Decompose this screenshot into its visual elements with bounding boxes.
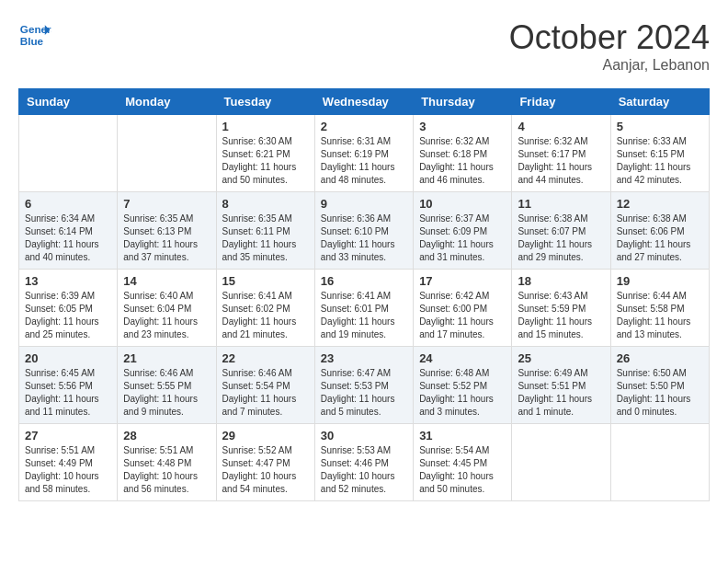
day-number: 19 — [617, 274, 703, 288]
title-block: October 2024 Aanjar, Lebanon — [509, 18, 710, 74]
weekday-header-sunday: Sunday — [19, 89, 118, 115]
calendar-cell: 7Sunrise: 6:35 AMSunset: 6:13 PMDaylight… — [118, 192, 216, 270]
day-info: Sunrise: 5:51 AMSunset: 4:48 PMDaylight:… — [123, 444, 210, 496]
day-number: 24 — [419, 351, 506, 365]
calendar-cell: 2Sunrise: 6:31 AMSunset: 6:19 PMDaylight… — [314, 115, 413, 192]
calendar-cell: 29Sunrise: 5:52 AMSunset: 4:47 PMDayligh… — [216, 424, 314, 501]
day-info: Sunrise: 6:42 AMSunset: 6:00 PMDaylight:… — [419, 290, 506, 341]
weekday-header-wednesday: Wednesday — [314, 89, 413, 115]
day-number: 28 — [123, 429, 210, 442]
calendar-cell: 21Sunrise: 6:46 AMSunset: 5:55 PMDayligh… — [118, 347, 216, 424]
day-number: 5 — [617, 120, 703, 133]
day-number: 1 — [222, 120, 309, 133]
calendar-cell: 1Sunrise: 6:30 AMSunset: 6:21 PMDaylight… — [216, 115, 314, 192]
day-number: 15 — [222, 274, 309, 288]
day-info: Sunrise: 6:36 AMSunset: 6:10 PMDaylight:… — [321, 213, 407, 264]
day-info: Sunrise: 6:34 AMSunset: 6:14 PMDaylight:… — [25, 213, 111, 264]
day-number: 30 — [321, 429, 407, 442]
day-number: 10 — [419, 197, 506, 211]
day-number: 14 — [123, 274, 210, 288]
day-number: 29 — [222, 429, 309, 442]
day-info: Sunrise: 6:32 AMSunset: 6:17 PMDaylight:… — [518, 135, 604, 187]
day-info: Sunrise: 6:35 AMSunset: 6:13 PMDaylight:… — [123, 213, 210, 264]
day-number: 18 — [518, 274, 604, 288]
day-info: Sunrise: 6:41 AMSunset: 6:01 PMDaylight:… — [321, 290, 407, 341]
day-info: Sunrise: 6:39 AMSunset: 6:05 PMDaylight:… — [25, 290, 111, 341]
day-number: 20 — [25, 351, 111, 365]
page-header: General Blue October 2024 Aanjar, Lebano… — [18, 18, 710, 74]
day-number: 16 — [321, 274, 407, 288]
day-info: Sunrise: 6:38 AMSunset: 6:06 PMDaylight:… — [617, 213, 703, 264]
day-number: 25 — [518, 351, 604, 365]
calendar-cell: 19Sunrise: 6:44 AMSunset: 5:58 PMDayligh… — [610, 270, 709, 347]
day-info: Sunrise: 6:49 AMSunset: 5:51 PMDaylight:… — [518, 367, 604, 419]
calendar-cell — [610, 424, 709, 501]
calendar-cell: 4Sunrise: 6:32 AMSunset: 6:17 PMDaylight… — [512, 115, 610, 192]
calendar-cell: 30Sunrise: 5:53 AMSunset: 4:46 PMDayligh… — [314, 424, 413, 501]
day-info: Sunrise: 6:40 AMSunset: 6:04 PMDaylight:… — [123, 290, 210, 341]
calendar-cell: 15Sunrise: 6:41 AMSunset: 6:02 PMDayligh… — [216, 270, 314, 347]
day-number: 6 — [25, 197, 111, 211]
day-number: 21 — [123, 351, 210, 365]
calendar-cell: 18Sunrise: 6:43 AMSunset: 5:59 PMDayligh… — [512, 270, 610, 347]
day-info: Sunrise: 6:37 AMSunset: 6:09 PMDaylight:… — [419, 213, 506, 264]
weekday-header-thursday: Thursday — [414, 89, 512, 115]
calendar-cell: 11Sunrise: 6:38 AMSunset: 6:07 PMDayligh… — [512, 192, 610, 270]
day-info: Sunrise: 5:53 AMSunset: 4:46 PMDaylight:… — [321, 444, 407, 496]
calendar-cell — [118, 115, 216, 192]
location: Aanjar, Lebanon — [509, 57, 710, 74]
day-number: 31 — [419, 429, 506, 442]
day-number: 17 — [419, 274, 506, 288]
calendar-cell: 17Sunrise: 6:42 AMSunset: 6:00 PMDayligh… — [414, 270, 512, 347]
calendar-cell: 24Sunrise: 6:48 AMSunset: 5:52 PMDayligh… — [414, 347, 512, 424]
calendar-cell: 13Sunrise: 6:39 AMSunset: 6:05 PMDayligh… — [19, 270, 118, 347]
calendar-cell: 14Sunrise: 6:40 AMSunset: 6:04 PMDayligh… — [118, 270, 216, 347]
calendar-cell: 3Sunrise: 6:32 AMSunset: 6:18 PMDaylight… — [414, 115, 512, 192]
calendar-cell: 10Sunrise: 6:37 AMSunset: 6:09 PMDayligh… — [414, 192, 512, 270]
day-info: Sunrise: 6:46 AMSunset: 5:54 PMDaylight:… — [222, 367, 309, 419]
logo: General Blue — [18, 18, 51, 52]
weekday-header-monday: Monday — [118, 89, 216, 115]
calendar-cell: 8Sunrise: 6:35 AMSunset: 6:11 PMDaylight… — [216, 192, 314, 270]
calendar-cell: 22Sunrise: 6:46 AMSunset: 5:54 PMDayligh… — [216, 347, 314, 424]
day-number: 13 — [25, 274, 111, 288]
calendar-cell: 25Sunrise: 6:49 AMSunset: 5:51 PMDayligh… — [512, 347, 610, 424]
day-number: 7 — [123, 197, 210, 211]
day-number: 9 — [321, 197, 407, 211]
calendar-cell: 6Sunrise: 6:34 AMSunset: 6:14 PMDaylight… — [19, 192, 118, 270]
day-info: Sunrise: 6:45 AMSunset: 5:56 PMDaylight:… — [25, 367, 111, 419]
calendar-cell: 20Sunrise: 6:45 AMSunset: 5:56 PMDayligh… — [19, 347, 118, 424]
day-number: 12 — [617, 197, 703, 211]
calendar-cell: 26Sunrise: 6:50 AMSunset: 5:50 PMDayligh… — [610, 347, 709, 424]
calendar-cell: 31Sunrise: 5:54 AMSunset: 4:45 PMDayligh… — [414, 424, 512, 501]
weekday-header-friday: Friday — [512, 89, 610, 115]
day-number: 3 — [419, 120, 506, 133]
calendar-cell: 9Sunrise: 6:36 AMSunset: 6:10 PMDaylight… — [314, 192, 413, 270]
calendar-cell: 12Sunrise: 6:38 AMSunset: 6:06 PMDayligh… — [610, 192, 709, 270]
calendar-cell — [512, 424, 610, 501]
day-info: Sunrise: 6:30 AMSunset: 6:21 PMDaylight:… — [222, 135, 309, 187]
month-title: October 2024 — [509, 18, 710, 57]
day-info: Sunrise: 6:47 AMSunset: 5:53 PMDaylight:… — [321, 367, 407, 419]
day-info: Sunrise: 6:44 AMSunset: 5:58 PMDaylight:… — [617, 290, 703, 341]
calendar-cell — [19, 115, 118, 192]
day-info: Sunrise: 6:35 AMSunset: 6:11 PMDaylight:… — [222, 213, 309, 264]
day-number: 22 — [222, 351, 309, 365]
day-number: 11 — [518, 197, 604, 211]
day-info: Sunrise: 6:32 AMSunset: 6:18 PMDaylight:… — [419, 135, 506, 187]
day-number: 4 — [518, 120, 604, 133]
day-info: Sunrise: 5:54 AMSunset: 4:45 PMDaylight:… — [419, 444, 506, 496]
calendar-cell: 27Sunrise: 5:51 AMSunset: 4:49 PMDayligh… — [19, 424, 118, 501]
day-number: 23 — [321, 351, 407, 365]
calendar-cell: 23Sunrise: 6:47 AMSunset: 5:53 PMDayligh… — [314, 347, 413, 424]
day-info: Sunrise: 6:41 AMSunset: 6:02 PMDaylight:… — [222, 290, 309, 341]
day-info: Sunrise: 6:31 AMSunset: 6:19 PMDaylight:… — [321, 135, 407, 187]
weekday-header-tuesday: Tuesday — [216, 89, 314, 115]
calendar-cell: 28Sunrise: 5:51 AMSunset: 4:48 PMDayligh… — [118, 424, 216, 501]
day-info: Sunrise: 6:50 AMSunset: 5:50 PMDaylight:… — [617, 367, 703, 419]
day-number: 8 — [222, 197, 309, 211]
day-number: 2 — [321, 120, 407, 133]
day-info: Sunrise: 5:52 AMSunset: 4:47 PMDaylight:… — [222, 444, 309, 496]
calendar-cell: 5Sunrise: 6:33 AMSunset: 6:15 PMDaylight… — [610, 115, 709, 192]
svg-text:Blue: Blue — [20, 35, 44, 47]
